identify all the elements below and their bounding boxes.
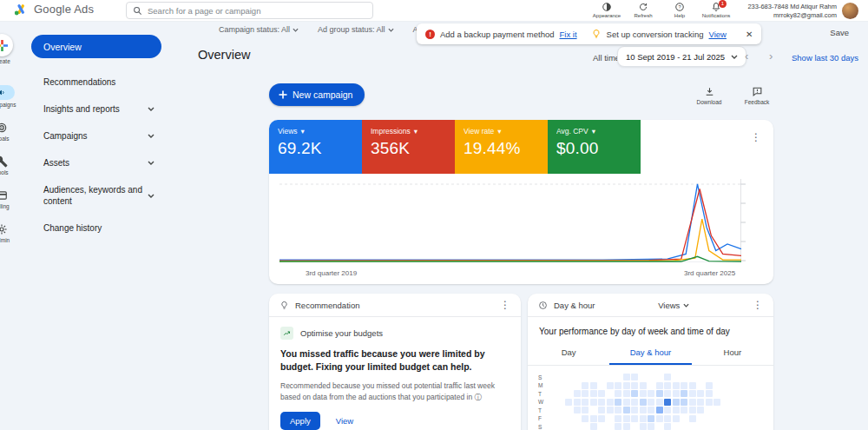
feedback-button[interactable]: Feedback [740,86,774,105]
sidebar-item-change-history[interactable]: Change history [31,215,161,241]
tab-hour[interactable]: Hour [692,342,773,365]
date-next-button[interactable]: › [769,49,773,64]
heatmap-cell [713,374,720,380]
date-prev-button[interactable]: ‹ [745,49,748,64]
rail-item-goals[interactable]: Goals [0,122,9,142]
sidebar-item-insights-and-reports[interactable]: Insights and reports [31,96,161,122]
heatmap-cell [713,382,720,389]
sidebar-item-audiences-keywords-content[interactable]: Audiences, keywords and content [31,176,161,215]
filter-chip-campaign-status[interactable]: Campaign status: All [219,25,299,34]
sidebar-item-assets[interactable]: Assets [31,149,161,176]
download-button[interactable]: Download [692,86,727,105]
heatmap-cell [590,407,597,413]
heatmap-cell [730,374,737,380]
date-range-picker[interactable]: 10 Sept 2019 - 21 Jul 2025 [617,46,746,67]
notifications-button[interactable]: 1 Notifications [698,2,734,18]
heatmap-cell [631,382,638,389]
sidebar-item-campaigns[interactable]: Campaigns [31,122,161,149]
rail-item-tools[interactable]: Tools [0,155,9,175]
google-ads-app: Google Ads Appearance Re [0,0,868,430]
scorecard-impressions[interactable]: Impressions▾ 356K [362,120,455,174]
heatmap-day-label: S [538,424,549,430]
scorecard-view-rate[interactable]: View rate▾ 19.44% [455,120,548,174]
heatmap-cell [648,374,654,380]
heatmap-cell [706,390,713,397]
heatmap-cell [557,374,564,380]
heatmap-cell [673,423,680,430]
heatmap-cell [706,399,713,406]
account-id-name: 233-683-7848 Md Atiqur Rahm [740,3,837,11]
card-menu-kebab-icon[interactable]: ⋮ [500,300,510,310]
heatmap-cell [607,382,614,389]
search-bar[interactable] [126,2,373,19]
heatmap-day-label: T [538,391,549,397]
view-button[interactable]: View [336,416,353,426]
avatar[interactable] [842,3,858,19]
heatmap-cell [730,407,737,413]
download-icon [704,86,715,97]
heatmap-cell [640,399,647,406]
performance-chart [279,179,741,262]
heatmap-cell [648,415,654,422]
help-button[interactable]: ? Help [661,2,698,18]
heatmap-cell [590,399,597,406]
search-input[interactable] [148,6,366,16]
heatmap-cell [706,407,713,413]
show-last-30-days-link[interactable]: Show last 30 days [792,53,858,63]
heatmap-cell [557,390,564,397]
notification-badge: 1 [719,0,727,8]
svg-text:?: ? [678,4,681,10]
scorecard-views[interactable]: Views▾ 69.2K [269,120,362,174]
plus-icon [279,90,287,99]
heatmap-cell [582,390,589,397]
heatmap-row: T [538,390,763,397]
heatmap-cell [697,423,704,430]
rail-item-admin[interactable]: Admin [0,223,10,243]
heatmap-cell [574,399,581,406]
save-button[interactable]: Save [830,28,849,37]
heatmap-row: F [538,415,763,422]
heatmap-cell [648,399,654,406]
rail-item-campaigns[interactable]: Campaigns [0,85,16,108]
rail-item-billing[interactable]: Billing [0,189,10,209]
appearance-button[interactable]: Appearance [589,2,625,18]
fix-it-link[interactable]: Fix it [560,30,577,39]
sidebar-item-recommendations[interactable]: Recommendations [31,69,161,96]
scorecard-avg-cpv[interactable]: Avg. CPV▾ $0.00 [548,120,641,174]
tab-day-and-hour[interactable]: Day & hour [609,342,691,365]
metric-selector[interactable]: Views [658,301,689,310]
info-icon[interactable]: ⓘ [475,393,483,401]
heatmap-cell [656,415,663,422]
tab-day[interactable]: Day [528,342,609,365]
google-ads-logo[interactable]: Google Ads [14,3,94,16]
refresh-button[interactable]: Refresh [625,2,661,18]
heatmap-cell [697,415,704,422]
new-campaign-label: New campaign [293,89,352,100]
rail-item-create[interactable]: Create [0,34,13,64]
heatmap-cell [623,399,630,406]
account-info[interactable]: 233-683-7848 Md Atiqur Rahm mrroky82@gma… [740,3,837,20]
heatmap-cell [557,407,564,413]
heatmap-cell [681,390,687,397]
heatmap-row: W [538,399,763,406]
conversion-view-link[interactable]: View [709,30,727,39]
heatmap-cell [689,399,696,406]
sidebar-item-overview[interactable]: Overview [31,35,161,58]
heatmap-cell [640,423,647,430]
apply-button[interactable]: Apply [280,412,320,430]
card-menu-kebab-icon[interactable]: ⋮ [753,300,763,310]
heatmap-cell [722,399,729,406]
heatmap-cell [623,390,630,397]
heatmap-cell [648,382,654,389]
admin-gear-icon [0,223,8,235]
heatmap-day-label: T [538,407,549,413]
heatmap-cell [681,399,687,406]
card-menu-kebab-icon[interactable]: ⋮ [751,132,761,142]
refresh-label: Refresh [634,13,652,18]
close-icon[interactable]: ✕ [746,30,753,39]
metric-label: View rate [464,127,494,136]
heatmap-cell [598,415,605,422]
heatmap-cell [574,382,581,389]
filter-chip-adgroup-status[interactable]: Ad group status: All [318,25,394,34]
new-campaign-button[interactable]: New campaign [269,83,365,106]
